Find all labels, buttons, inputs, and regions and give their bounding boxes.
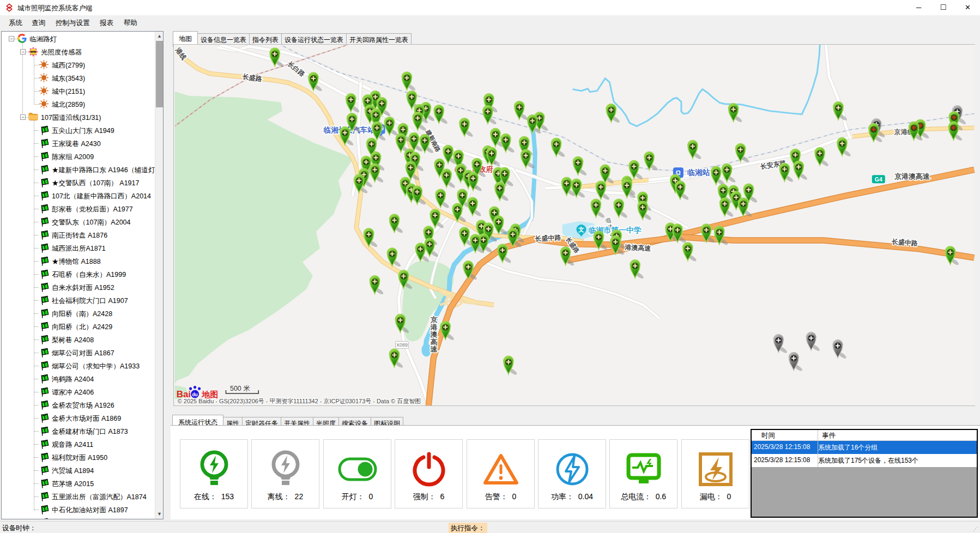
svg-text:du: du	[192, 392, 197, 397]
svg-text:G4: G4	[875, 177, 882, 183]
svg-text:X089: X089	[396, 342, 408, 348]
svg-text:临湘站: 临湘站	[687, 168, 710, 177]
svg-text:文: 文	[578, 226, 584, 233]
svg-text:京港澳高速: 京港澳高速	[894, 172, 930, 180]
svg-text:500 米: 500 米	[230, 385, 250, 392]
svg-text:长盛中路: 长盛中路	[535, 234, 562, 243]
svg-text:港澳高速: 港澳高速	[625, 244, 652, 253]
svg-text:京港澳高速: 京港澳高速	[430, 316, 438, 353]
svg-text:© 2025 Baidu - GS(2023)3206号 -: © 2025 Baidu - GS(2023)3206号 - 甲测资字11111…	[178, 398, 421, 404]
